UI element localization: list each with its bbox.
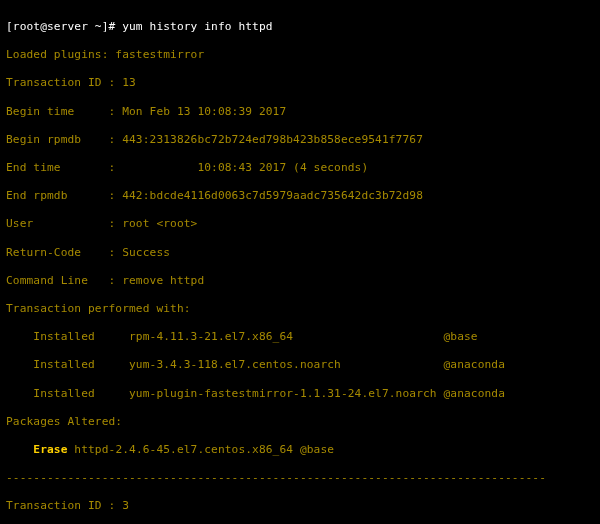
line: Transaction performed with: — [6, 302, 594, 316]
line: Installed rpm-4.11.3-21.el7.x86_64 @base — [6, 330, 594, 344]
line: Loaded plugins: fastestmirror — [6, 48, 594, 62]
terminal[interactable]: [root@server ~]# yum history info httpd … — [0, 0, 600, 524]
line: Installed yum-plugin-fastestmirror-1.1.3… — [6, 387, 594, 401]
line-divider: ----------------------------------------… — [6, 471, 594, 485]
line: Transaction ID : 13 — [6, 76, 594, 90]
line-erase: Erase httpd-2.4.6-45.el7.centos.x86_64 @… — [6, 443, 594, 457]
line: Return-Code : Success — [6, 246, 594, 260]
line: Begin rpmdb : 443:2313826bc72b724ed798b4… — [6, 133, 594, 147]
line: Installed yum-3.4.3-118.el7.centos.noarc… — [6, 358, 594, 372]
prompt-userhost: [root@server ~]# — [6, 20, 122, 33]
line: Transaction ID : 3 — [6, 499, 594, 513]
line: Command Line : remove httpd — [6, 274, 594, 288]
line: End time : 10:08:43 2017 (4 seconds) — [6, 161, 594, 175]
line: User : root <root> — [6, 217, 594, 231]
line: Packages Altered: — [6, 415, 594, 429]
line: End rpmdb : 442:bdcde4116d0063c7d5979aad… — [6, 189, 594, 203]
entered-command: yum history info httpd — [122, 20, 272, 33]
line-prompt-1: [root@server ~]# yum history info httpd — [6, 20, 594, 34]
line: Begin time : Mon Feb 13 10:08:39 2017 — [6, 105, 594, 119]
